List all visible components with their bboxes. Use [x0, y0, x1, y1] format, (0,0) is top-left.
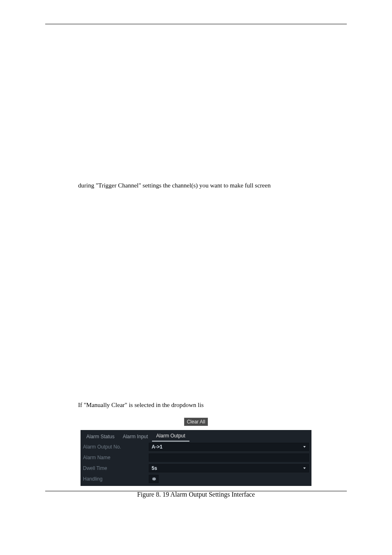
- label-alarm-name: Alarm Name: [83, 455, 149, 460]
- bottom-rule: [45, 491, 347, 491]
- select-alarm-output-no-value: A->1: [152, 444, 162, 450]
- chevron-down-icon: [302, 445, 307, 449]
- tab-alarm-output[interactable]: Alarm Output: [152, 432, 189, 442]
- select-dwell-time[interactable]: 5s: [149, 464, 309, 472]
- body-line-manually-clear: If "Manually Clear" is selected in the d…: [78, 400, 347, 411]
- label-alarm-output-no: Alarm Output No.: [83, 444, 149, 450]
- label-dwell-time: Dwell Time: [83, 465, 149, 471]
- clear-all-button[interactable]: Clear All: [184, 418, 208, 426]
- tab-alarm-status[interactable]: Alarm Status: [82, 432, 119, 442]
- select-alarm-output-no[interactable]: A->1: [149, 443, 309, 451]
- alarm-output-panel: Alarm Status Alarm Input Alarm Output Al…: [81, 430, 311, 486]
- handling-settings-button[interactable]: [149, 475, 159, 483]
- chevron-down-icon: [302, 466, 307, 470]
- tab-alarm-input[interactable]: Alarm Input: [119, 432, 152, 442]
- figure-caption: Figure 8. 19 Alarm Output Settings Inter…: [45, 491, 347, 498]
- input-alarm-name[interactable]: [149, 453, 309, 462]
- label-handling: Handling: [83, 476, 149, 482]
- top-rule: [45, 24, 347, 24]
- alarm-tabs: Alarm Status Alarm Input Alarm Output: [81, 430, 311, 442]
- gear-icon: [151, 476, 156, 481]
- body-line-trigger-channel: during "Trigger Channel" settings the ch…: [78, 180, 347, 191]
- select-dwell-time-value: 5s: [152, 465, 157, 471]
